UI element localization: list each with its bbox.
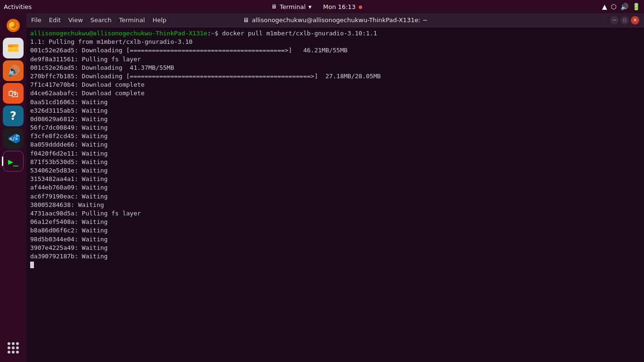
sidebar-item-firefox[interactable] [3,15,24,36]
svg-rect-4 [8,45,13,47]
sidebar-item-vscode[interactable]: </> [3,128,24,149]
terminal-line-20: ac6f79190eac: Waiting [30,192,640,201]
status-dot: ● [358,4,363,9]
terminal-line-21: 380052846382: Waiting [30,201,640,209]
terminal-line-14: 8a059dddde66: Waiting [30,140,640,149]
sidebar-item-files[interactable] [3,38,24,58]
activities-label[interactable]: Activities [4,3,32,10]
window-controls: ─ □ ✕ [610,16,639,25]
svg-text:</>: </> [9,136,18,141]
terminal-line-16: 871f53b530d5: Waiting [30,158,640,166]
terminal-line-18: 3153482aa4a1: Waiting [30,175,640,183]
wifi-icon[interactable]: ▲ [602,3,607,10]
terminal-line-19: af44eb760a09: Waiting [30,183,640,192]
terminal-line-26: 3907e4225a49: Waiting [30,244,640,252]
terminal-line-27: da390792187b: Waiting [30,252,640,261]
close-button[interactable]: ✕ [631,16,639,25]
show-apps-button[interactable] [3,337,24,358]
terminal-line-22: 4731aac98d5a: Pulling fs layer [30,209,640,218]
sound-icon[interactable]: 🔊 [620,3,628,10]
top-bar-center: 🖥 Terminal ▾ Mon 16:13 ● [271,3,363,10]
terminal-line-10: e326d3115ab5: Waiting [30,107,640,115]
terminal-line-8: d4ce62aabafc: Download complete [30,89,640,98]
bluetooth-icon[interactable]: ⬡ [611,3,617,10]
terminal-line-2: 1.1: Pulling from m1mbert/cxlb-gnuradio-… [30,38,640,46]
menu-search[interactable]: Search [91,16,112,24]
battery-icon[interactable]: 🔋 [632,3,640,10]
terminal-line-12: 56fc7dc00849: Waiting [30,123,640,132]
menu-edit[interactable]: Edit [49,16,61,24]
terminal-cursor [30,262,34,268]
terminal-line-13: f3cfe8f2cd45: Waiting [30,132,640,140]
terminal-cursor-line [30,261,640,269]
top-bar: Activities 🖥 Terminal ▾ Mon 16:13 ● ▲ ⬡ … [0,0,644,13]
terminal-dropdown-icon[interactable]: ▾ [308,3,312,10]
terminal-menu-icon: 🖥 [271,3,277,10]
terminal-line-11: 0d08629a6812: Waiting [30,115,640,123]
terminal-line-24: b8a86d06f6c2: Waiting [30,226,640,235]
terminal-line-25: 98d5b0344e04: Waiting [30,235,640,244]
terminal-line-5: 001c52e26ad5: Downloading 41.37MB/55MB [30,64,640,72]
terminal-window: File Edit View Search Terminal Help 🖥 al… [26,13,644,362]
sidebar-item-software[interactable]: 🛍 [3,83,24,104]
top-bar-left: Activities [4,3,32,10]
sidebar: 🔊 🛍 ? </> ▶_ [0,13,26,362]
terminal-line-3: 001c52e26ad5: Downloading [=============… [30,46,640,55]
terminal-title-icon: 🖥 [243,16,249,24]
terminal-line-1: allisonogechukwu@allisonogechukwu-ThinkP… [30,29,640,38]
terminal-menu-bar: File Edit View Search Terminal Help [31,16,166,24]
sidebar-item-help[interactable]: ? [3,106,24,126]
sidebar-item-terminal[interactable]: ▶_ [3,151,24,172]
menu-view[interactable]: View [68,16,83,24]
sidebar-item-sounds[interactable]: 🔊 [3,60,24,81]
terminal-line-15: f0420f6d2e11: Waiting [30,149,640,158]
terminal-line-4: de9f8a311561: Pulling fs layer [30,55,640,64]
top-bar-right: ▲ ⬡ 🔊 🔋 [602,3,640,10]
terminal-titlebar: File Edit View Search Terminal Help 🖥 al… [26,13,644,27]
menu-file[interactable]: File [31,16,41,24]
minimize-button[interactable]: ─ [610,16,619,25]
terminal-line-6: 270bffc7b185: Downloading [=============… [30,72,640,81]
terminal-line-17: 534062e5d83e: Waiting [30,166,640,175]
terminal-line-23: 06a12ef5408a: Waiting [30,218,640,226]
terminal-line-9: 0aa51cd16063: Waiting [30,98,640,107]
terminal-title-text: allisonogechukwu@allisonogechukwu-ThinkP… [252,16,428,24]
terminal-menu-label[interactable]: Terminal [280,3,305,10]
terminal-content[interactable]: allisonogechukwu@allisonogechukwu-ThinkP… [26,27,644,362]
clock: Mon 16:13 [323,3,355,10]
menu-terminal[interactable]: Terminal [119,16,145,24]
terminal-title: 🖥 allisonogechukwu@allisonogechukwu-Thin… [243,16,428,24]
maximize-button[interactable]: □ [620,16,629,25]
menu-help[interactable]: Help [152,16,166,24]
terminal-line-7: 7f1c417e70b4: Download complete [30,81,640,89]
